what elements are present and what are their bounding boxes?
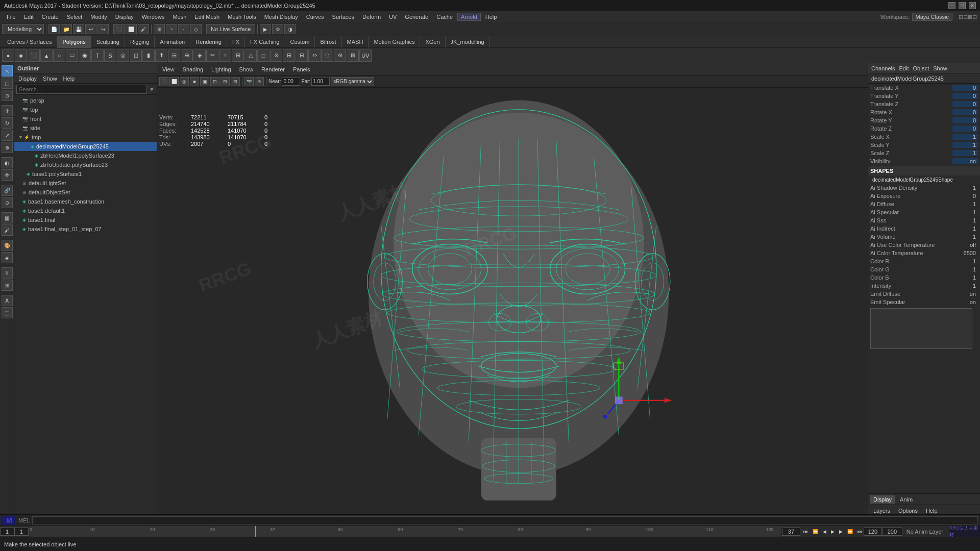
snap-curve-btn[interactable]: ~ <box>166 24 177 34</box>
tab-mash[interactable]: MASH <box>342 36 369 48</box>
ipr-btn[interactable]: ◑ <box>284 24 296 34</box>
prev-frame-btn[interactable]: ◀ <box>821 529 828 535</box>
vp-tb-btn5[interactable]: ▣ <box>200 77 209 86</box>
vp-tb-btn8[interactable]: ⊞ <box>231 77 240 86</box>
menu-curves[interactable]: Curves <box>303 13 328 21</box>
universal-tool-btn[interactable]: ⊕ <box>2 142 13 153</box>
layers-tab[interactable]: Layers <box>870 507 893 515</box>
outliner-item-decimated[interactable]: ◈ decimatedModelGroup25245 <box>14 142 157 151</box>
timeline-end-input[interactable] <box>882 528 902 536</box>
icon-plane[interactable]: ▭ <box>66 49 78 62</box>
ch-val-ct[interactable]: 6500 <box>952 250 978 256</box>
timeline-playhead[interactable] <box>255 526 256 537</box>
ch-row-sy[interactable]: Scale Y 1 <box>868 141 980 149</box>
ch-val-ry[interactable]: 0 <box>952 117 978 123</box>
timeline-start-input[interactable] <box>0 528 14 536</box>
ch-val-emit-specular[interactable]: on <box>952 299 978 305</box>
ch-row-sz[interactable]: Scale Z 1 <box>868 149 980 157</box>
ch-header-channels[interactable]: Channels <box>871 65 895 71</box>
ch-val-color-b[interactable]: 1 <box>952 274 978 281</box>
ch-row-color-b[interactable]: Color B 1 <box>868 273 980 282</box>
vp-menu-lighting[interactable]: Lighting <box>209 66 233 72</box>
ch-val-shadow[interactable]: 1 <box>952 185 978 191</box>
outliner-item-lightset[interactable]: ⊞ defaultLightSet <box>14 179 157 188</box>
ch-row-ty[interactable]: Translate Y 0 <box>868 92 980 100</box>
attr-btn[interactable]: A <box>2 295 13 306</box>
tab-sculpting[interactable]: Sculpting <box>91 36 125 48</box>
menu-cache[interactable]: Cache <box>433 13 456 21</box>
icon-cube[interactable]: ■ <box>15 49 27 62</box>
paint-btn[interactable]: 🖌 <box>138 24 149 34</box>
icon-extrude[interactable]: ⬆ <box>155 49 167 62</box>
ch-row-diffuse[interactable]: Ai Diffuse 1 <box>868 200 980 208</box>
outliner-item-persp[interactable]: 📷 persp <box>14 96 157 105</box>
tab-motion-graphics[interactable]: Motion Graphics <box>369 36 420 48</box>
icon-sphere[interactable]: ● <box>2 49 14 62</box>
ch-val-indirect[interactable]: 1 <box>952 226 978 232</box>
icon-uv-editor[interactable]: UV <box>359 49 372 62</box>
snap-btn[interactable]: 🔗 <box>2 185 13 196</box>
vp-tb-btn2[interactable]: ⬜ <box>169 77 179 86</box>
outliner-item-tmp[interactable]: ▼ ⚡ tmp <box>14 133 157 142</box>
anim-tab[interactable]: Anim <box>897 495 916 504</box>
move-tool-btn[interactable]: ✛ <box>2 105 13 116</box>
vp-menu-shading[interactable]: Shading <box>181 66 205 72</box>
menu-windows[interactable]: Windows <box>138 13 168 21</box>
scale-tool-btn[interactable]: ⤢ <box>2 130 13 141</box>
snap-surface-btn[interactable]: ◇ <box>190 24 202 34</box>
tab-polygons[interactable]: Polygons <box>57 36 91 48</box>
ch-val-sss[interactable]: 1 <box>952 217 978 223</box>
options-tab[interactable]: Options <box>895 507 921 515</box>
snap-point-btn[interactable]: · <box>178 24 189 34</box>
icon-bridge[interactable]: ⊟ <box>168 49 180 62</box>
icon-combine[interactable]: ⊞ <box>283 49 295 62</box>
ch-row-color-temp[interactable]: Ai Color Temperature 6500 <box>868 249 980 257</box>
ch-val-vis[interactable]: on <box>952 158 978 164</box>
ch-val-specular[interactable]: 1 <box>952 209 978 215</box>
render-btn[interactable]: ▶ <box>260 24 271 34</box>
vp-tb-btn1[interactable]: ⬛ <box>159 77 168 86</box>
search-dropdown-icon[interactable]: ▼ <box>149 86 155 92</box>
far-clip-input[interactable] <box>311 78 330 86</box>
menu-modify[interactable]: Modify <box>87 13 110 21</box>
outliner-item-front[interactable]: 📷 front <box>14 114 157 123</box>
menu-generate[interactable]: Generate <box>401 13 432 21</box>
ch-row-intensity[interactable]: Intensity 1 <box>868 282 980 290</box>
ch-val-emit-diffuse[interactable]: on <box>952 291 978 297</box>
menu-mesh[interactable]: Mesh <box>169 13 190 21</box>
vp-tb-btn7[interactable]: ⊟ <box>220 77 230 86</box>
ch-val-diffuse[interactable]: 1 <box>952 201 978 207</box>
ch-val-sx[interactable]: 1 <box>952 134 978 140</box>
undo-btn[interactable]: ↩ <box>85 24 96 34</box>
ch-row-use-color-temp[interactable]: Ai Use Color Temperature off <box>868 241 980 249</box>
outliner-item-default1[interactable]: ◈ base1:default1 <box>14 206 157 215</box>
ch-row-color-r[interactable]: Color R 1 <box>868 257 980 265</box>
icon-triangulate[interactable]: △ <box>244 49 257 62</box>
menu-surfaces[interactable]: Surfaces <box>329 13 358 21</box>
tab-rigging[interactable]: Rigging <box>125 36 155 48</box>
display-tab[interactable]: Display <box>870 495 895 504</box>
play-btn[interactable]: ▶ <box>829 529 836 535</box>
tab-custom[interactable]: Custom <box>285 36 315 48</box>
tab-animation[interactable]: Animation <box>155 36 190 48</box>
vp-tb-btn6[interactable]: ⊡ <box>210 77 219 86</box>
icon-fill-hole[interactable]: ⊞ <box>232 49 244 62</box>
timeline-bar[interactable]: 0 10 20 30 37 50 60 70 80 90 100 110 120 <box>30 526 781 537</box>
menu-file[interactable]: File <box>3 13 19 21</box>
menu-mesh-tools[interactable]: Mesh Tools <box>224 13 259 21</box>
icon-disk[interactable]: ◉ <box>79 49 91 62</box>
menu-help[interactable]: Help <box>482 13 501 21</box>
soft-mod-btn[interactable]: ◐ <box>2 157 13 168</box>
tab-curves-surfaces[interactable]: Curves / Surfaces <box>2 36 57 48</box>
vp-menu-view[interactable]: View <box>160 66 177 72</box>
ch-row-indirect[interactable]: Ai Indirect 1 <box>868 224 980 233</box>
redo-btn[interactable]: ↪ <box>97 24 109 34</box>
tab-bifrost[interactable]: Bifrost <box>315 36 341 48</box>
ch-val-sz[interactable]: 1 <box>952 150 978 156</box>
ch-row-emit-specular[interactable]: Emit Specular on <box>868 298 980 306</box>
outliner-menu-display[interactable]: Display <box>16 76 39 82</box>
ch-row-emit-diffuse[interactable]: Emit Diffuse on <box>868 290 980 298</box>
outliner-item-side[interactable]: 📷 side <box>14 123 157 133</box>
icon-cone[interactable]: ▲ <box>40 49 53 62</box>
ch-row-vis[interactable]: Visibility on <box>868 157 980 165</box>
